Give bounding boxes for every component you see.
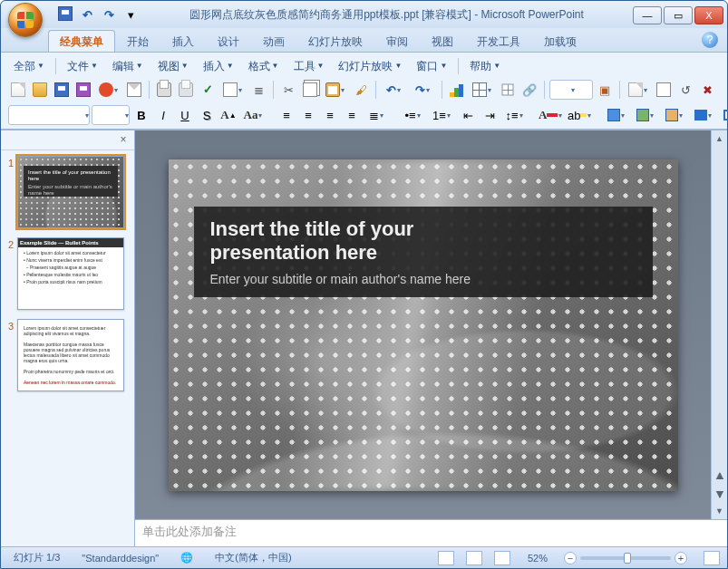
shapeoutline-button[interactable]: ▾ <box>719 105 728 125</box>
prev-slide-button[interactable]: ⯅ <box>712 467 727 485</box>
menu-tools[interactable]: 工具▼ <box>288 57 330 75</box>
justify-button[interactable]: ≡ <box>342 105 362 125</box>
linespacing-button[interactable]: ↕≡▾ <box>501 105 529 125</box>
thesaurus-button[interactable]: ≣ <box>248 80 268 100</box>
undo-button[interactable]: ↶▾ <box>381 80 408 100</box>
menu-insert[interactable]: 插入▼ <box>198 57 239 75</box>
layout-button[interactable] <box>654 80 674 100</box>
tab-view[interactable]: 视图 <box>420 30 465 52</box>
grow-button[interactable]: A▲ <box>218 105 238 125</box>
permission-button[interactable]: ▾ <box>95 80 122 100</box>
spell-button[interactable]: ✓ <box>198 80 218 100</box>
hyperlink-button[interactable]: 🔗 <box>519 80 539 100</box>
size-combo[interactable]: ▾ <box>92 105 130 125</box>
thumb-3[interactable]: Lorem ipsum dolor sit amet consectetuer … <box>17 319 124 391</box>
underline-button[interactable]: U <box>175 105 195 125</box>
tab-design[interactable]: 设计 <box>206 30 251 52</box>
fontcolor-button[interactable]: A▾ <box>538 105 565 125</box>
fit-to-window-button[interactable] <box>704 551 720 565</box>
current-slide[interactable]: Insert the title of your presentation he… <box>169 159 678 491</box>
vertical-scrollbar[interactable]: ▲ ⯅ ⯆ ▼ <box>711 130 727 519</box>
indent-dec-button[interactable]: ⇤ <box>458 105 478 125</box>
slide-canvas[interactable]: Insert the title of your presentation he… <box>135 130 711 519</box>
redo-button[interactable]: ↷▾ <box>410 80 437 100</box>
zoom-slider[interactable] <box>580 556 671 560</box>
tab-dev[interactable]: 开发工具 <box>465 30 532 52</box>
align-left-button[interactable]: ≡ <box>277 105 296 125</box>
print-button[interactable] <box>154 80 174 100</box>
thumb-1[interactable]: Insert the title of your presentation he… <box>17 156 124 228</box>
tab-home[interactable]: 开始 <box>115 30 160 52</box>
columns-button[interactable]: ≣▾ <box>364 105 391 125</box>
tab-addins[interactable]: 加载项 <box>532 30 588 52</box>
menu-edit[interactable]: 编辑▼ <box>107 57 149 75</box>
qat-redo-button[interactable]: ↷ <box>99 5 119 24</box>
zoom-out-button[interactable]: − <box>564 552 577 564</box>
office-button[interactable] <box>8 1 44 28</box>
tableinsert-button[interactable] <box>498 80 518 100</box>
tab-classic-menu[interactable]: 经典菜单 <box>48 30 115 52</box>
align-right-button[interactable]: ≡ <box>320 105 340 125</box>
menu-window[interactable]: 窗口▼ <box>411 57 452 75</box>
scroll-down-icon[interactable]: ▼ <box>712 503 727 519</box>
indent-inc-button[interactable]: ⇥ <box>480 105 500 125</box>
bold-button[interactable]: B <box>131 105 151 125</box>
shapefill-button[interactable]: ▾ <box>690 105 717 125</box>
menu-file[interactable]: 文件▼ <box>62 57 103 75</box>
view-normal-button[interactable] <box>438 551 454 565</box>
zoom-combo[interactable]: ▾ <box>549 80 593 100</box>
title-placeholder[interactable]: Insert the title of your presentation he… <box>194 207 653 297</box>
new-button[interactable] <box>8 80 28 100</box>
preview-button[interactable] <box>176 80 196 100</box>
menu-show[interactable]: 幻灯片放映▼ <box>333 57 407 75</box>
minimize-button[interactable]: — <box>633 6 662 24</box>
menu-format[interactable]: 格式▼ <box>243 57 285 75</box>
table-button[interactable]: ▾ <box>469 80 496 100</box>
next-slide-button[interactable]: ⯆ <box>712 485 727 503</box>
zoom-in-button[interactable]: + <box>675 552 687 564</box>
tab-anim[interactable]: 动画 <box>251 30 296 52</box>
mail-button[interactable] <box>124 80 144 100</box>
paste-button[interactable]: ▾ <box>322 80 349 100</box>
reset-button[interactable]: ↺ <box>675 80 695 100</box>
shapes-button[interactable]: ▾ <box>603 105 630 125</box>
view-show-button[interactable] <box>494 551 510 565</box>
changecase-button[interactable]: Aa▾ <box>240 105 267 125</box>
qat-undo-button[interactable]: ↶ <box>77 5 97 24</box>
newslide-button[interactable]: ▾ <box>625 80 652 100</box>
font-combo[interactable]: ▾ <box>8 105 90 125</box>
menu-help[interactable]: 帮助▼ <box>464 57 506 75</box>
format-painter-button[interactable]: 🖌 <box>351 80 371 100</box>
menu-view[interactable]: 视图▼ <box>152 57 194 75</box>
view-sorter-button[interactable] <box>466 551 482 565</box>
highlight-button[interactable]: ab▾ <box>567 105 594 125</box>
qat-save-button[interactable] <box>55 5 75 24</box>
italic-button[interactable]: I <box>153 105 173 125</box>
menu-all[interactable]: 全部▼ <box>8 57 50 75</box>
notes-pane[interactable]: 单击此处添加备注 <box>135 519 727 546</box>
chart-button[interactable] <box>447 80 467 100</box>
close-button[interactable]: X <box>694 6 723 24</box>
panel-close-icon[interactable]: × <box>116 133 131 148</box>
help-icon[interactable]: ? <box>702 32 718 48</box>
bullets-button[interactable]: •≡▾ <box>400 105 427 125</box>
tab-review[interactable]: 审阅 <box>374 30 420 52</box>
copy-button[interactable] <box>300 80 320 100</box>
tab-show[interactable]: 幻灯片放映 <box>296 30 374 52</box>
thumbnail-list[interactable]: 1 Insert the title of your presentation … <box>1 150 134 546</box>
delete-button[interactable]: ✖ <box>697 80 717 100</box>
quickstyle-button[interactable]: ▾ <box>661 105 688 125</box>
thumb-2[interactable]: Example Slide — Bullet Points • Lorem ip… <box>17 237 124 310</box>
scroll-up-icon[interactable]: ▲ <box>712 130 727 147</box>
align-center-button[interactable]: ≡ <box>298 105 318 125</box>
numbering-button[interactable]: 1≡▾ <box>429 105 456 125</box>
saveas-button[interactable] <box>73 80 93 100</box>
save-button[interactable] <box>52 80 72 100</box>
qat-customize-button[interactable]: ▾ <box>121 5 141 24</box>
show-button[interactable]: ▣ <box>595 80 615 100</box>
shadow-button[interactable]: S <box>197 105 217 125</box>
tab-insert[interactable]: 插入 <box>160 30 206 52</box>
maximize-button[interactable]: ▭ <box>664 6 693 24</box>
arrange-button[interactable]: ▾ <box>632 105 659 125</box>
cut-button[interactable]: ✂ <box>278 80 298 100</box>
